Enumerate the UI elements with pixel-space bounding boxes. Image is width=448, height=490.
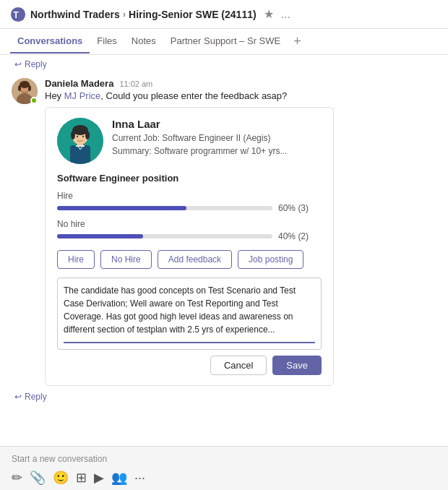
mention-link[interactable]: MJ Price: [64, 90, 101, 101]
attach-icon[interactable]: 📎: [30, 470, 46, 486]
message-content: Daniela Madera 11:02 am Hey MJ Price, Co…: [45, 78, 436, 386]
no-hire-button[interactable]: No Hire: [100, 250, 152, 269]
org-name: Northwind Traders: [30, 9, 120, 20]
tab-partner-support[interactable]: Partner Support – Sr SWE: [163, 30, 288, 53]
svg-text:T: T: [14, 9, 20, 20]
no-hire-vote-row: No hire 40% (2): [57, 219, 322, 241]
svg-point-15: [71, 131, 75, 139]
save-button[interactable]: Save: [272, 356, 322, 375]
avatar-wrap: [12, 78, 38, 104]
reply-link-top[interactable]: ↩ Reply: [0, 55, 448, 74]
svg-point-18: [82, 136, 84, 137]
hire-vote-stats: 60% (3): [278, 203, 322, 213]
no-hire-bar-bg: [57, 234, 272, 238]
vote-section: Hire 60% (3) No hire: [57, 191, 322, 241]
svg-rect-10: [70, 145, 90, 164]
candidate-avatar-image: [57, 118, 103, 164]
action-buttons: Hire No Hire Add feedback Job posting: [57, 250, 322, 269]
message-text: Hey MJ Price, Could you please enter the…: [45, 90, 436, 101]
hire-vote-label: Hire: [57, 191, 322, 201]
candidate-card: Inna Laar Current Job: Software Engineer…: [45, 107, 334, 386]
teams-logo-icon: T: [10, 7, 26, 22]
add-tab-button[interactable]: +: [288, 30, 307, 53]
svg-point-17: [77, 136, 78, 137]
no-hire-vote-label: No hire: [57, 219, 322, 229]
emoji-icon[interactable]: 🙂: [53, 470, 69, 486]
svg-point-8: [28, 85, 31, 91]
position-title: Software Engineer position: [57, 173, 322, 184]
breadcrumb-arrow: ›: [123, 9, 126, 20]
hire-bar-bg: [57, 206, 272, 210]
candidate-summary: Summary: Software programmer w/ 10+ yrs.…: [112, 145, 322, 158]
reply-link-bottom[interactable]: ↩ Reply: [0, 386, 448, 408]
candidate-name: Inna Laar: [112, 118, 322, 130]
hire-vote-row: Hire 60% (3): [57, 191, 322, 213]
meeting-icon[interactable]: ▶: [94, 470, 104, 486]
candidate-row: Inna Laar Current Job: Software Engineer…: [57, 118, 322, 164]
feedback-textarea[interactable]: [64, 284, 315, 336]
more-compose-icon[interactable]: ···: [134, 470, 145, 486]
compose-toolbar: ✏ 📎 🙂 ⊞ ▶ 👥 ···: [12, 470, 436, 486]
new-conversation-area: Start a new conversation ✏ 📎 🙂 ⊞ ▶ 👥 ···: [0, 446, 448, 490]
people-icon[interactable]: 👥: [111, 470, 127, 486]
reply-arrow-icon: ↩: [14, 59, 22, 69]
candidate-avatar: [57, 118, 103, 164]
tab-notes[interactable]: Notes: [124, 30, 163, 53]
hire-bar-fill: [57, 206, 186, 210]
candidate-job: Current Job: Software Engineer II (Aegis…: [112, 132, 322, 145]
sender-name: Daniela Madera: [45, 78, 113, 89]
message-time: 11:02 am: [119, 79, 152, 88]
card-actions: Cancel Save: [57, 356, 322, 375]
svg-point-7: [18, 85, 21, 91]
tabs-bar: Conversations Files Notes Partner Suppor…: [0, 29, 448, 55]
svg-point-6: [20, 81, 30, 88]
breadcrumb: Northwind Traders › Hiring-Senior SWE (2…: [30, 9, 257, 20]
svg-point-16: [85, 131, 90, 139]
cancel-button[interactable]: Cancel: [210, 356, 267, 375]
candidate-info: Inna Laar Current Job: Software Engineer…: [112, 118, 322, 158]
title-bar: T Northwind Traders › Hiring-Senior SWE …: [0, 0, 448, 29]
tab-files[interactable]: Files: [90, 30, 124, 53]
message-block: Daniela Madera 11:02 am Hey MJ Price, Co…: [0, 74, 448, 386]
online-status-indicator: [30, 97, 38, 104]
format-icon[interactable]: ✏: [12, 470, 22, 486]
conversation-area: ↩ Reply Daniela Made: [0, 55, 448, 446]
job-posting-button[interactable]: Job posting: [238, 250, 303, 269]
feedback-underline: [64, 342, 315, 343]
hire-vote-bar-row: 60% (3): [57, 203, 322, 213]
no-hire-vote-bar-row: 40% (2): [57, 231, 322, 241]
giphy-icon[interactable]: ⊞: [76, 470, 87, 486]
more-options-icon[interactable]: ...: [281, 8, 290, 21]
new-conversation-label: Start a new conversation: [12, 454, 436, 464]
add-feedback-button[interactable]: Add feedback: [158, 250, 232, 269]
no-hire-bar-fill: [57, 234, 143, 238]
feedback-box: [57, 278, 322, 350]
tab-conversations[interactable]: Conversations: [10, 30, 90, 53]
channel-name: Hiring-Senior SWE (24111): [129, 9, 257, 20]
hire-button[interactable]: Hire: [57, 250, 95, 269]
message-header: Daniela Madera 11:02 am: [45, 78, 436, 89]
no-hire-vote-stats: 40% (2): [278, 231, 322, 241]
star-icon[interactable]: ★: [264, 7, 274, 21]
reply-icon: ↩: [14, 392, 22, 402]
